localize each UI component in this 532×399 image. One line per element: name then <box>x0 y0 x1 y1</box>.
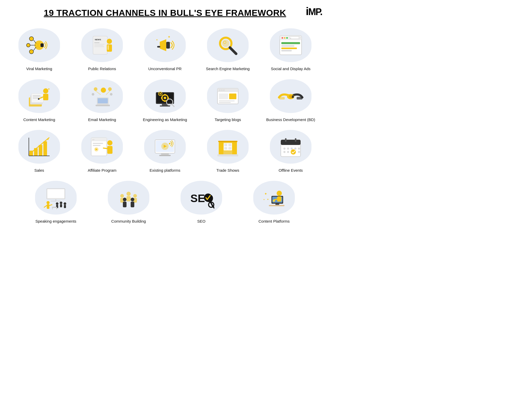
svg-rect-166 <box>123 202 127 207</box>
svg-rect-39 <box>281 45 294 47</box>
svg-point-53 <box>101 88 106 93</box>
svg-line-8 <box>34 47 36 50</box>
item-social-display-ads: q ✕ Social and Display Ads <box>262 28 319 71</box>
svg-point-140 <box>291 149 296 155</box>
svg-point-118 <box>169 143 170 144</box>
item-unconventional-pr: ✦ ✦ Unconventional PR <box>136 28 194 71</box>
svg-point-33 <box>286 37 288 39</box>
svg-point-159 <box>120 194 124 198</box>
svg-point-154 <box>64 202 66 205</box>
svg-point-56 <box>92 93 94 96</box>
svg-point-133 <box>283 148 285 150</box>
item-viral-marketing: Viral Marketing <box>11 28 68 71</box>
svg-rect-156 <box>52 207 57 208</box>
svg-rect-82 <box>219 94 228 99</box>
label-speaking-engagements: Speaking engagements <box>35 219 76 224</box>
svg-rect-126 <box>228 147 231 150</box>
item-offline-events: Offline Events <box>262 130 319 173</box>
svg-rect-89 <box>288 97 290 98</box>
svg-point-55 <box>108 87 112 91</box>
svg-rect-123 <box>224 144 227 146</box>
label-content-platforms: Content Platforms <box>258 219 290 224</box>
svg-rect-115 <box>159 155 171 156</box>
item-existing-platforms: Existing platforms <box>136 130 194 173</box>
label-seo: SEO <box>197 219 205 224</box>
svg-rect-91 <box>292 97 294 98</box>
svg-rect-155 <box>64 205 66 208</box>
svg-rect-110 <box>107 146 112 154</box>
channels-grid: Viral Marketing NEWS Public Relations <box>10 28 320 173</box>
label-email-marketing: Email Marketing <box>88 117 116 122</box>
item-targeting-blogs: Targeting blogs <box>199 79 256 122</box>
svg-rect-84 <box>219 101 235 101</box>
svg-rect-128 <box>218 141 237 142</box>
svg-rect-105 <box>93 143 103 144</box>
svg-point-165 <box>123 198 127 201</box>
svg-rect-153 <box>60 204 62 207</box>
svg-rect-38 <box>281 42 300 44</box>
svg-text:</>: </> <box>92 139 95 141</box>
item-seo: SEO SEO <box>173 181 230 224</box>
svg-rect-132 <box>295 138 296 142</box>
svg-rect-59 <box>98 98 108 103</box>
svg-point-136 <box>294 148 296 150</box>
svg-point-109 <box>107 140 112 145</box>
svg-line-61 <box>96 91 101 95</box>
label-targeting-blogs: Targeting blogs <box>215 117 241 122</box>
svg-point-79 <box>219 89 221 91</box>
item-community-building: Community Building <box>100 181 157 224</box>
item-engineering-as-marketing: Engineering as Marketing <box>136 79 194 122</box>
logo: iMP. <box>306 5 322 18</box>
svg-point-81 <box>223 89 225 91</box>
svg-point-167 <box>131 198 134 201</box>
svg-rect-15 <box>94 45 103 46</box>
svg-text:✦: ✦ <box>263 198 265 201</box>
svg-text:⭐: ⭐ <box>272 199 276 202</box>
svg-point-161 <box>133 194 137 198</box>
label-public-relations: Public Relations <box>88 66 116 71</box>
svg-rect-16 <box>94 46 104 47</box>
svg-rect-66 <box>160 105 170 107</box>
svg-text:✕: ✕ <box>299 37 301 39</box>
svg-rect-49 <box>43 94 48 100</box>
svg-rect-95 <box>34 148 38 156</box>
svg-point-76 <box>159 93 161 95</box>
label-existing-platforms: Existing platforms <box>150 168 180 173</box>
svg-point-32 <box>284 37 285 39</box>
item-search-engine-marketing: Search Engine Marketing <box>199 28 256 71</box>
label-trade-shows: Trade Shows <box>216 168 239 173</box>
item-trade-shows: Trade Shows <box>199 130 256 173</box>
page-title: 19 TRACTION CHANNELS IN BULL'S EYE FRAME… <box>10 8 320 18</box>
svg-point-80 <box>221 89 223 91</box>
svg-point-6 <box>26 43 30 47</box>
svg-text:NEWS: NEWS <box>95 38 101 41</box>
svg-rect-131 <box>285 138 287 142</box>
svg-point-4 <box>29 37 34 41</box>
svg-point-134 <box>287 148 289 150</box>
svg-rect-40 <box>281 48 297 49</box>
svg-marker-20 <box>160 39 166 51</box>
svg-rect-21 <box>166 42 170 49</box>
svg-point-5 <box>29 50 34 54</box>
svg-point-146 <box>46 201 50 204</box>
svg-rect-41 <box>281 50 292 51</box>
svg-rect-90 <box>292 95 294 97</box>
svg-point-139 <box>287 151 289 153</box>
svg-text:✦: ✦ <box>156 38 158 41</box>
svg-rect-92 <box>279 97 285 99</box>
label-business-development: Business Development (BD) <box>266 117 315 122</box>
svg-rect-85 <box>219 102 231 103</box>
svg-rect-19 <box>108 45 109 50</box>
svg-rect-124 <box>228 144 231 146</box>
svg-rect-14 <box>94 44 105 44</box>
svg-text:✦: ✦ <box>267 198 269 201</box>
label-community-building: Community Building <box>111 219 146 224</box>
svg-rect-70 <box>164 100 166 102</box>
label-social-display-ads: Social and Display Ads <box>271 66 311 71</box>
svg-point-17 <box>107 39 112 44</box>
svg-line-74 <box>172 104 174 107</box>
svg-rect-22 <box>157 46 160 48</box>
channels-last-row: Speaking engagements Community Building <box>10 181 320 224</box>
svg-text:✦: ✦ <box>168 35 171 39</box>
svg-point-138 <box>283 151 285 153</box>
